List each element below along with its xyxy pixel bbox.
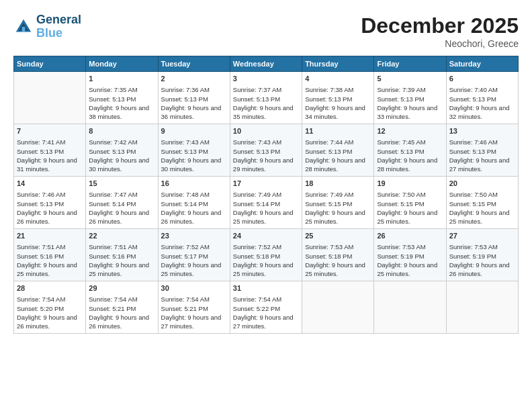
day-number: 14 (17, 179, 83, 189)
daylight-text: Daylight: 9 hours and 25 minutes. (305, 261, 365, 277)
sunrise-text: Sunrise: 7:44 AM (305, 138, 353, 146)
day-number: 9 (161, 126, 227, 136)
sunrise-text: Sunrise: 7:53 AM (449, 243, 498, 250)
header: General Blue December 2025 Neochori, Gre… (13, 13, 519, 49)
day-cell: 20 Sunrise: 7:50 AM Sunset: 5:15 PM Dayl… (446, 177, 518, 229)
sunset-text: Sunset: 5:13 PM (89, 95, 136, 103)
day-number: 30 (161, 283, 227, 293)
day-number: 3 (233, 74, 299, 84)
daylight-text: Daylight: 9 hours and 25 minutes. (377, 261, 437, 277)
daylight-text: Daylight: 9 hours and 25 minutes. (233, 209, 294, 225)
daylight-text: Daylight: 9 hours and 28 minutes. (305, 156, 365, 173)
sunrise-text: Sunrise: 7:54 AM (233, 295, 281, 303)
sunrise-text: Sunrise: 7:49 AM (305, 191, 353, 198)
sunset-text: Sunset: 5:13 PM (233, 95, 280, 103)
day-cell: 17 Sunrise: 7:49 AM Sunset: 5:14 PM Dayl… (230, 177, 302, 229)
svg-rect-2 (22, 27, 26, 32)
sunset-text: Sunset: 5:14 PM (161, 200, 208, 208)
sunrise-text: Sunrise: 7:52 AM (233, 243, 281, 250)
day-number: 22 (89, 231, 154, 241)
day-number: 4 (305, 74, 371, 84)
sunrise-text: Sunrise: 7:46 AM (449, 138, 498, 146)
sunrise-text: Sunrise: 7:36 AM (161, 86, 210, 93)
logo-icon (13, 17, 34, 37)
header-cell-wednesday: Wednesday (230, 56, 302, 72)
month-title: December 2025 (361, 13, 519, 38)
sunrise-text: Sunrise: 7:54 AM (161, 295, 210, 303)
day-number: 24 (233, 231, 299, 241)
day-cell: 11 Sunrise: 7:44 AM Sunset: 5:13 PM Dayl… (302, 124, 374, 177)
daylight-text: Daylight: 9 hours and 27 minutes. (161, 314, 222, 330)
sunrise-text: Sunrise: 7:45 AM (377, 138, 425, 146)
sunrise-text: Sunrise: 7:42 AM (89, 138, 137, 146)
day-number: 29 (89, 283, 154, 293)
sunset-text: Sunset: 5:15 PM (449, 200, 496, 208)
day-number: 10 (233, 126, 299, 136)
day-number: 16 (161, 179, 227, 189)
day-cell (446, 281, 518, 334)
header-row: SundayMondayTuesdayWednesdayThursdayFrid… (14, 56, 519, 72)
sunset-text: Sunset: 5:13 PM (89, 148, 136, 155)
week-row-3: 14 Sunrise: 7:46 AM Sunset: 5:13 PM Dayl… (14, 177, 519, 229)
header-cell-monday: Monday (86, 56, 158, 72)
day-number: 19 (377, 179, 443, 189)
daylight-text: Daylight: 9 hours and 27 minutes. (233, 314, 294, 330)
sunset-text: Sunset: 5:15 PM (305, 200, 352, 208)
sunset-text: Sunset: 5:18 PM (233, 253, 280, 260)
sunset-text: Sunset: 5:13 PM (449, 148, 496, 155)
day-number: 26 (377, 231, 443, 241)
day-cell: 28 Sunrise: 7:54 AM Sunset: 5:20 PM Dayl… (14, 281, 86, 334)
sunset-text: Sunset: 5:13 PM (449, 95, 496, 103)
sunset-text: Sunset: 5:16 PM (17, 253, 64, 260)
daylight-text: Daylight: 9 hours and 25 minutes. (17, 261, 77, 277)
header-cell-sunday: Sunday (14, 56, 86, 72)
day-cell: 18 Sunrise: 7:49 AM Sunset: 5:15 PM Dayl… (302, 177, 374, 229)
sunrise-text: Sunrise: 7:53 AM (377, 243, 425, 250)
sunset-text: Sunset: 5:13 PM (17, 200, 64, 208)
sunrise-text: Sunrise: 7:50 AM (377, 191, 425, 198)
sunrise-text: Sunrise: 7:35 AM (89, 86, 137, 93)
daylight-text: Daylight: 9 hours and 28 minutes. (377, 156, 437, 173)
sunrise-text: Sunrise: 7:43 AM (161, 138, 210, 146)
sunrise-text: Sunrise: 7:50 AM (449, 191, 498, 198)
day-number: 13 (449, 126, 515, 136)
sunset-text: Sunset: 5:13 PM (377, 148, 424, 155)
daylight-text: Daylight: 9 hours and 26 minutes. (89, 209, 149, 225)
sunrise-text: Sunrise: 7:39 AM (377, 86, 425, 93)
header-cell-friday: Friday (374, 56, 446, 72)
daylight-text: Daylight: 9 hours and 26 minutes. (89, 314, 149, 330)
sunset-text: Sunset: 5:21 PM (89, 305, 136, 312)
week-row-4: 21 Sunrise: 7:51 AM Sunset: 5:16 PM Dayl… (14, 229, 519, 281)
week-row-5: 28 Sunrise: 7:54 AM Sunset: 5:20 PM Dayl… (14, 281, 519, 334)
daylight-text: Daylight: 9 hours and 36 minutes. (161, 104, 222, 120)
day-cell: 12 Sunrise: 7:45 AM Sunset: 5:13 PM Dayl… (374, 124, 446, 177)
day-cell: 14 Sunrise: 7:46 AM Sunset: 5:13 PM Dayl… (14, 177, 86, 229)
day-number: 15 (89, 179, 154, 189)
week-row-1: 1 Sunrise: 7:35 AM Sunset: 5:13 PM Dayli… (14, 72, 519, 124)
header-cell-thursday: Thursday (302, 56, 374, 72)
sunrise-text: Sunrise: 7:40 AM (449, 86, 498, 93)
sunset-text: Sunset: 5:17 PM (161, 253, 208, 260)
sunset-text: Sunset: 5:21 PM (161, 305, 208, 312)
sunrise-text: Sunrise: 7:48 AM (161, 191, 210, 198)
sunset-text: Sunset: 5:14 PM (89, 200, 136, 208)
sunset-text: Sunset: 5:13 PM (305, 148, 352, 155)
day-cell: 24 Sunrise: 7:52 AM Sunset: 5:18 PM Dayl… (230, 229, 302, 281)
sunset-text: Sunset: 5:22 PM (233, 305, 280, 312)
day-cell: 27 Sunrise: 7:53 AM Sunset: 5:19 PM Dayl… (446, 229, 518, 281)
day-number: 21 (17, 231, 83, 241)
daylight-text: Daylight: 9 hours and 25 minutes. (377, 209, 437, 225)
day-cell: 2 Sunrise: 7:36 AM Sunset: 5:13 PM Dayli… (158, 72, 230, 124)
day-cell: 26 Sunrise: 7:53 AM Sunset: 5:19 PM Dayl… (374, 229, 446, 281)
sunset-text: Sunset: 5:15 PM (377, 200, 424, 208)
daylight-text: Daylight: 9 hours and 25 minutes. (305, 209, 365, 225)
sunset-text: Sunset: 5:13 PM (233, 148, 280, 155)
daylight-text: Daylight: 9 hours and 32 minutes. (449, 104, 510, 120)
daylight-text: Daylight: 9 hours and 26 minutes. (17, 209, 77, 225)
sunset-text: Sunset: 5:19 PM (449, 253, 496, 260)
calendar-table: SundayMondayTuesdayWednesdayThursdayFrid… (13, 56, 519, 334)
sunset-text: Sunset: 5:18 PM (305, 253, 352, 260)
day-number: 23 (161, 231, 227, 241)
daylight-text: Daylight: 9 hours and 27 minutes. (449, 156, 510, 173)
daylight-text: Daylight: 9 hours and 26 minutes. (161, 209, 222, 225)
